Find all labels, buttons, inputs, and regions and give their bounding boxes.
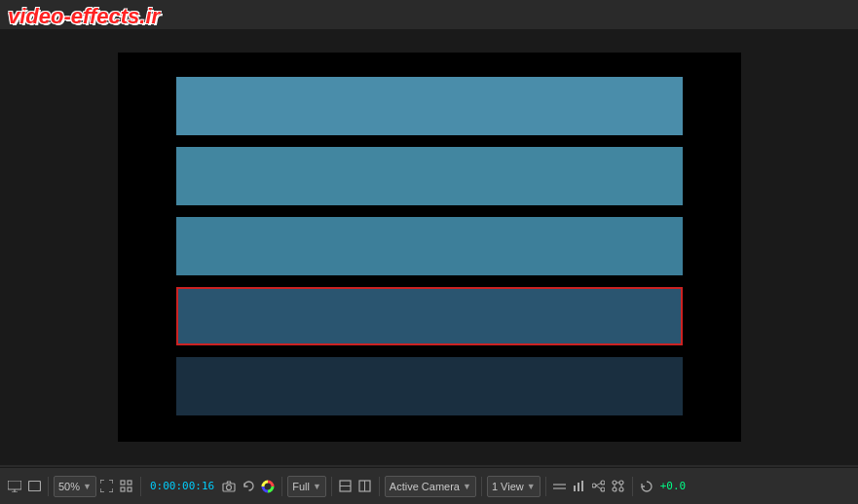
time-display[interactable]: 0:00:00:16 — [146, 480, 218, 492]
bar-1 — [176, 77, 683, 135]
sep-8 — [632, 477, 633, 496]
zoom-value: 50% — [58, 481, 80, 492]
sep-3 — [281, 477, 282, 496]
quality-value: Full — [292, 481, 310, 492]
toolbar: 50% ▼ 0:00:00:16 — [0, 467, 858, 504]
graph-icon[interactable] — [571, 478, 588, 495]
color-icon[interactable] — [259, 478, 277, 495]
svg-rect-4 — [121, 481, 125, 485]
sep-7 — [545, 477, 546, 496]
sep-6 — [481, 477, 482, 496]
sep-5 — [379, 477, 380, 496]
svg-rect-0 — [8, 481, 21, 489]
quality-dropdown[interactable]: Full ▼ — [287, 476, 326, 497]
camera-value: Active Camera — [390, 481, 460, 492]
svg-line-21 — [596, 484, 601, 486]
svg-rect-6 — [121, 487, 125, 491]
svg-point-19 — [601, 481, 605, 485]
composition-viewer[interactable] — [118, 53, 741, 442]
offset-value: +0.0 — [657, 480, 690, 492]
sep-2 — [140, 477, 141, 496]
watermark: video-effects.ir — [8, 4, 160, 29]
nodes-icon[interactable] — [590, 478, 608, 495]
refresh-icon[interactable] — [240, 478, 257, 495]
screen-icon[interactable] — [25, 478, 43, 495]
svg-point-18 — [592, 484, 596, 487]
svg-point-24 — [619, 481, 623, 485]
sep-4 — [331, 477, 332, 496]
svg-line-22 — [596, 486, 601, 489]
camera-arrow: ▼ — [463, 482, 471, 491]
region-icon-1[interactable] — [337, 478, 354, 495]
bar-2 — [176, 147, 683, 205]
svg-rect-7 — [128, 487, 131, 491]
svg-rect-15 — [574, 486, 576, 491]
svg-rect-5 — [128, 481, 131, 485]
svg-point-25 — [613, 487, 616, 491]
svg-rect-3 — [28, 482, 40, 491]
svg-point-9 — [227, 485, 232, 489]
bar-4-selected — [176, 287, 683, 345]
svg-point-23 — [613, 481, 616, 485]
snap-icon[interactable] — [118, 478, 135, 495]
link-icon[interactable] — [610, 478, 627, 495]
svg-point-26 — [619, 487, 623, 491]
view-arrow: ▼ — [527, 482, 536, 491]
fit-icon[interactable] — [98, 478, 116, 495]
view-dropdown[interactable]: 1 View ▼ — [487, 476, 541, 497]
bar-5 — [176, 357, 683, 415]
svg-rect-16 — [578, 483, 579, 491]
camera-dropdown[interactable]: Active Camera ▼ — [385, 476, 476, 497]
bars-container — [118, 53, 741, 442]
layout-icon-1[interactable] — [551, 478, 569, 495]
zoom-dropdown[interactable]: 50% ▼ — [54, 476, 96, 497]
sep-1 — [48, 477, 49, 496]
svg-point-20 — [601, 487, 605, 491]
quality-arrow: ▼ — [313, 482, 321, 491]
svg-rect-17 — [581, 481, 583, 491]
region-icon-2[interactable] — [356, 478, 374, 495]
bar-3 — [176, 217, 683, 275]
monitor-icon[interactable] — [6, 478, 23, 495]
zoom-arrow: ▼ — [83, 482, 92, 491]
viewer-area — [0, 29, 858, 465]
view-value: 1 View — [492, 481, 524, 492]
rotate-icon[interactable] — [638, 478, 655, 495]
snapshot-icon[interactable] — [220, 478, 238, 495]
